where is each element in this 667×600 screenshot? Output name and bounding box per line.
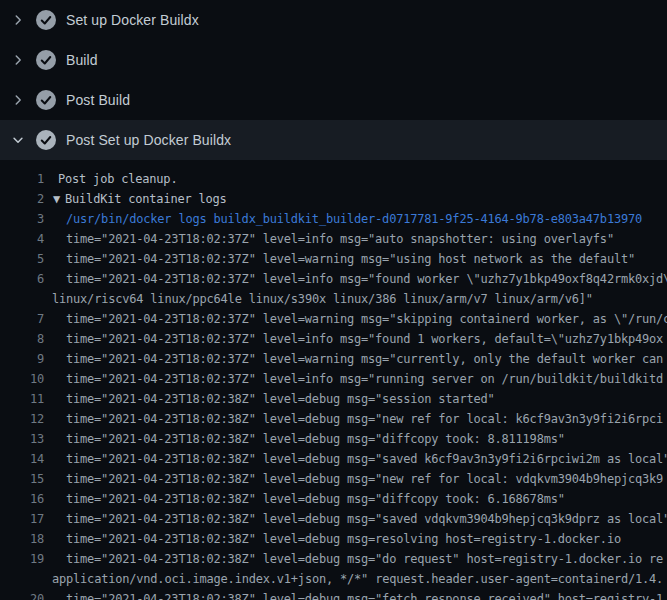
log-line-text: time="2021-04-23T18:02:38Z" level=debug … bbox=[44, 529, 621, 549]
log-line-text: time="2021-04-23T18:02:38Z" level=debug … bbox=[44, 489, 565, 509]
step-label: Set up Docker Buildx bbox=[66, 12, 199, 28]
log-line-number[interactable]: 8 bbox=[0, 329, 44, 349]
steps-list: Set up Docker Buildx Build Post Build Po… bbox=[0, 0, 667, 160]
log-line-number[interactable]: 14 bbox=[0, 449, 44, 469]
log-line-text: time="2021-04-23T18:02:38Z" level=debug … bbox=[44, 469, 663, 489]
log-line-text: time="2021-04-23T18:02:38Z" level=debug … bbox=[44, 429, 565, 449]
log-command-text: /usr/bin/docker logs buildx_buildkit_bui… bbox=[44, 209, 642, 229]
log-line: application/vnd.oci.image.index.v1+json,… bbox=[0, 569, 667, 589]
log-line: 14time="2021-04-23T18:02:38Z" level=debu… bbox=[0, 449, 667, 469]
step-row-build[interactable]: Build bbox=[0, 40, 667, 80]
log-line: 12time="2021-04-23T18:02:38Z" level=debu… bbox=[0, 409, 667, 429]
log-line-number[interactable]: 10 bbox=[0, 369, 44, 389]
log-line: 5time="2021-04-23T18:02:37Z" level=warni… bbox=[0, 249, 667, 269]
log-line-text: time="2021-04-23T18:02:37Z" level=warnin… bbox=[44, 349, 663, 369]
log-line-text: time="2021-04-23T18:02:37Z" level=info m… bbox=[44, 229, 614, 249]
log-line-number[interactable]: 13 bbox=[0, 429, 44, 449]
log-line: 10time="2021-04-23T18:02:37Z" level=info… bbox=[0, 369, 667, 389]
check-circle-icon bbox=[36, 130, 56, 150]
log-viewer: 1Post job cleanup.2▼BuildKit container l… bbox=[0, 160, 667, 600]
chevron-right-icon bbox=[10, 12, 26, 28]
log-line-text: BuildKit container logs bbox=[60, 189, 227, 209]
step-row-post-set-up-docker-buildx[interactable]: Post Set up Docker Buildx bbox=[0, 120, 667, 160]
step-row-set-up-docker-buildx[interactable]: Set up Docker Buildx bbox=[0, 0, 667, 40]
log-line-text: application/vnd.oci.image.index.v1+json,… bbox=[0, 569, 663, 589]
log-line-text: time="2021-04-23T18:02:38Z" level=debug … bbox=[44, 549, 663, 569]
log-line-number[interactable]: 6 bbox=[0, 269, 44, 289]
step-label: Post Build bbox=[66, 92, 130, 108]
log-line: 2▼BuildKit container logs bbox=[0, 189, 667, 209]
log-line-number[interactable]: 15 bbox=[0, 469, 44, 489]
log-line: 4time="2021-04-23T18:02:37Z" level=info … bbox=[0, 229, 667, 249]
log-line: 16time="2021-04-23T18:02:38Z" level=debu… bbox=[0, 489, 667, 509]
log-line-number[interactable]: 19 bbox=[0, 549, 44, 569]
log-line-number[interactable]: 5 bbox=[0, 249, 44, 269]
log-line-text: time="2021-04-23T18:02:38Z" level=debug … bbox=[44, 449, 667, 469]
log-line: 19time="2021-04-23T18:02:38Z" level=debu… bbox=[0, 549, 667, 569]
log-line-text: time="2021-04-23T18:02:38Z" level=debug … bbox=[44, 509, 667, 529]
log-line: 9time="2021-04-23T18:02:37Z" level=warni… bbox=[0, 349, 667, 369]
log-line: 1Post job cleanup. bbox=[0, 169, 667, 189]
log-line-number[interactable]: 1 bbox=[0, 169, 44, 189]
check-circle-icon bbox=[36, 90, 56, 110]
log-line: 3/usr/bin/docker logs buildx_buildkit_bu… bbox=[0, 209, 667, 229]
log-line: 13time="2021-04-23T18:02:38Z" level=debu… bbox=[0, 429, 667, 449]
log-line: 11time="2021-04-23T18:02:38Z" level=debu… bbox=[0, 389, 667, 409]
log-line-text: time="2021-04-23T18:02:37Z" level=warnin… bbox=[44, 309, 667, 329]
check-circle-icon bbox=[36, 50, 56, 70]
log-line: 20time="2021-04-23T18:02:38Z" level=debu… bbox=[0, 589, 667, 600]
chevron-right-icon bbox=[10, 92, 26, 108]
log-line-text: time="2021-04-23T18:02:38Z" level=debug … bbox=[44, 409, 663, 429]
log-line: 15time="2021-04-23T18:02:38Z" level=debu… bbox=[0, 469, 667, 489]
log-line: linux/riscv64 linux/ppc64le linux/s390x … bbox=[0, 289, 667, 309]
step-label: Post Set up Docker Buildx bbox=[66, 132, 231, 148]
log-line-number[interactable]: 2 bbox=[0, 189, 44, 209]
check-circle-icon bbox=[36, 10, 56, 30]
log-line: 7time="2021-04-23T18:02:37Z" level=warni… bbox=[0, 309, 667, 329]
log-line-number[interactable]: 7 bbox=[0, 309, 44, 329]
log-line-text: time="2021-04-23T18:02:37Z" level=info m… bbox=[44, 369, 663, 389]
chevron-right-icon bbox=[10, 52, 26, 68]
log-line-number[interactable]: 18 bbox=[0, 529, 44, 549]
log-line-text: time="2021-04-23T18:02:38Z" level=debug … bbox=[44, 589, 663, 600]
log-line-number[interactable]: 3 bbox=[0, 209, 44, 229]
log-line: 18time="2021-04-23T18:02:38Z" level=debu… bbox=[0, 529, 667, 549]
log-line-text: linux/riscv64 linux/ppc64le linux/s390x … bbox=[0, 289, 593, 309]
log-line: 17time="2021-04-23T18:02:38Z" level=debu… bbox=[0, 509, 667, 529]
log-line-text: time="2021-04-23T18:02:38Z" level=debug … bbox=[44, 389, 495, 409]
log-line-number[interactable]: 9 bbox=[0, 349, 44, 369]
log-line-text: Post job cleanup. bbox=[44, 169, 177, 189]
log-line-text: time="2021-04-23T18:02:37Z" level=warnin… bbox=[44, 249, 635, 269]
log-line-number[interactable]: 20 bbox=[0, 589, 44, 600]
group-toggle-icon[interactable]: ▼ bbox=[44, 189, 60, 209]
log-line-number[interactable]: 16 bbox=[0, 489, 44, 509]
step-row-post-build[interactable]: Post Build bbox=[0, 80, 667, 120]
log-line-number[interactable]: 11 bbox=[0, 389, 44, 409]
log-line: 8time="2021-04-23T18:02:37Z" level=info … bbox=[0, 329, 667, 349]
log-line-number[interactable]: 12 bbox=[0, 409, 44, 429]
log-line-number[interactable]: 4 bbox=[0, 229, 44, 249]
chevron-down-icon bbox=[10, 132, 26, 148]
log-line-text: time="2021-04-23T18:02:37Z" level=info m… bbox=[44, 329, 663, 349]
step-label: Build bbox=[66, 52, 98, 68]
log-line-text: time="2021-04-23T18:02:37Z" level=info m… bbox=[44, 269, 667, 289]
log-line-number[interactable]: 17 bbox=[0, 509, 44, 529]
log-line: 6time="2021-04-23T18:02:37Z" level=info … bbox=[0, 269, 667, 289]
